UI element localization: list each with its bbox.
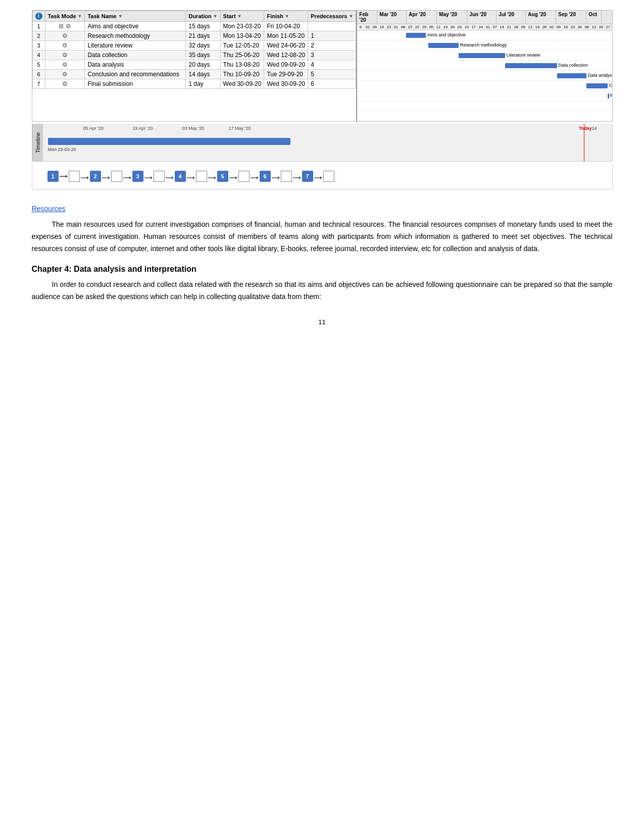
svg-marker-15: [214, 176, 216, 179]
date-cell: 05: [520, 24, 527, 30]
date-cell: 31: [484, 24, 491, 30]
gantt-table-panel: i Task Mode ▼ Task Name ▼: [32, 11, 358, 121]
svg-marker-7: [129, 176, 131, 179]
date-cell: 19: [442, 24, 449, 30]
page-number: 11: [32, 318, 613, 326]
timeline-marker-2: 19 Apr '20: [133, 126, 153, 131]
date-cell: 06: [583, 24, 590, 30]
flow-box-3: [154, 171, 165, 182]
date-cell: 14: [499, 24, 506, 30]
table-row: 5⚙Data analysis20 daysThu 13-08-20Wed 09…: [32, 60, 356, 70]
table-row: 2⚙Research methodology21 daysMon 13-04-2…: [32, 31, 356, 41]
pred-sort-icon: ▼: [349, 14, 353, 19]
flow-box-1: [69, 171, 80, 182]
flow-box-2: [111, 171, 122, 182]
date-cell: 10: [463, 24, 470, 30]
flow-node-7: 7: [302, 171, 313, 182]
gantt-task-table: i Task Mode ▼ Task Name ▼: [32, 11, 357, 89]
table-row: 6⚙Conclusion and recommendations14 daysT…: [32, 70, 356, 79]
col-task-mode[interactable]: Task Mode ▼: [45, 11, 85, 22]
gantt-bar-label: Research methodology: [460, 42, 507, 47]
gantt-chart-panel: Feb '20 Mar '20 Apr '20 May '20 Jun '20 …: [357, 11, 612, 121]
date-cell: 26: [541, 24, 548, 30]
timeline-start-date: Mon 23-03-20: [48, 147, 76, 152]
flow-node-4: 4: [175, 171, 186, 182]
date-cell: 21: [506, 24, 513, 30]
table-row: 1⊞ ⚙Aims and objective15 daysMon 23-03-2…: [32, 22, 356, 31]
gantt-bar-row: Conclusion and recommendations: [357, 81, 612, 91]
gantt-bar-row: Data collection: [357, 61, 612, 71]
gantt-bar-label: Final submission: [610, 93, 612, 98]
col-finish[interactable]: Finish ▼: [264, 11, 308, 22]
gantt-bar-label: Literature review: [507, 53, 540, 58]
gantt-bar: [406, 33, 426, 38]
flow-arrow-9: [229, 174, 237, 179]
flow-arrow-2: [81, 174, 89, 179]
gantt-bar: [608, 93, 609, 99]
svg-marker-23: [299, 176, 301, 179]
svg-marker-3: [87, 176, 89, 179]
gantt-bar-row: Aims and objective: [357, 30, 612, 40]
gantt-empty-row: [357, 111, 612, 121]
date-cell: 08: [400, 24, 407, 30]
col-task-name[interactable]: Task Name ▼: [85, 11, 186, 22]
timeline-label: Timeline: [32, 124, 43, 161]
svg-marker-21: [278, 176, 280, 179]
date-cell: 13: [590, 24, 598, 30]
svg-marker-25: [320, 176, 322, 179]
gantt-month-header: Feb '20 Mar '20 Apr '20 May '20 Jun '20 …: [357, 11, 612, 24]
flow-arrow-7: [187, 174, 195, 179]
flow-node-3: 3: [132, 171, 143, 182]
flow-arrow-5: [144, 174, 153, 179]
gantt-bar-label: Data collection: [558, 63, 588, 68]
gantt-bar-row: Literature review: [357, 51, 612, 61]
timeline-marker-1: 05 Apr '20: [83, 126, 104, 131]
today-label: Today: [579, 126, 592, 131]
flow-arrow-8: [208, 174, 216, 179]
svg-marker-1: [66, 175, 68, 178]
gantt-bar: [586, 83, 608, 88]
date-cell: 03: [456, 24, 463, 30]
finish-sort-icon: ▼: [285, 14, 289, 19]
col-start[interactable]: Start ▼: [220, 11, 264, 22]
flow-node-6: 6: [260, 171, 271, 182]
flow-box-4: [196, 171, 207, 182]
flow-arrow-4: [123, 174, 131, 179]
timeline-content: 05 Apr '20 19 Apr '20 03 May '20 17 May …: [43, 124, 612, 161]
month-jul: Jul '20: [497, 11, 526, 24]
gantt-bar: [505, 63, 557, 68]
date-cell: 02: [548, 24, 555, 30]
month-apr: Apr '20: [407, 11, 437, 24]
month-aug: Aug '20: [526, 11, 556, 24]
task-mode-sort-icon: ▼: [78, 14, 82, 19]
date-cell: 28: [513, 24, 520, 30]
gantt-bar-label: Conclusion and recommendations: [609, 83, 612, 88]
col-duration[interactable]: Duration ▼: [186, 11, 220, 22]
timeline-section: Timeline 05 Apr '20 19 Apr '20 03 May '2…: [32, 124, 613, 162]
gantt-bar-row: Research methodology: [357, 40, 612, 51]
flow-node-2: 2: [90, 171, 101, 182]
date-cell: 09: [555, 24, 562, 30]
flow-arrow-1: [60, 176, 68, 177]
date-cell: 23: [569, 24, 576, 30]
date-cell: 17: [470, 24, 477, 30]
month-oct: Oct: [586, 11, 602, 24]
col-predecessors[interactable]: Predecessors ▼: [308, 11, 356, 22]
gantt-bar: [459, 53, 505, 58]
svg-marker-19: [257, 176, 259, 179]
start-sort-icon: ▼: [237, 14, 242, 19]
timeline-14: 14: [591, 126, 597, 131]
date-cell: 01: [392, 24, 400, 30]
gantt-bar: [428, 43, 459, 48]
flow-arrow-3: [102, 174, 110, 179]
date-cell: 02: [364, 24, 371, 30]
month-sep: Sep '20: [556, 11, 586, 24]
date-cell: 12: [435, 24, 442, 30]
date-cell: 16: [562, 24, 569, 30]
timeline-marker-3: 03 May '20: [182, 126, 205, 131]
resources-heading[interactable]: Resources: [32, 205, 613, 213]
month-may: May '20: [437, 11, 467, 24]
chapter4-heading: Chapter 4: Data analysis and interpretat…: [32, 265, 613, 274]
gantt-bar-label: Aims and objective: [427, 32, 466, 37]
resources-paragraph: The main resources used for current inve…: [32, 219, 613, 255]
